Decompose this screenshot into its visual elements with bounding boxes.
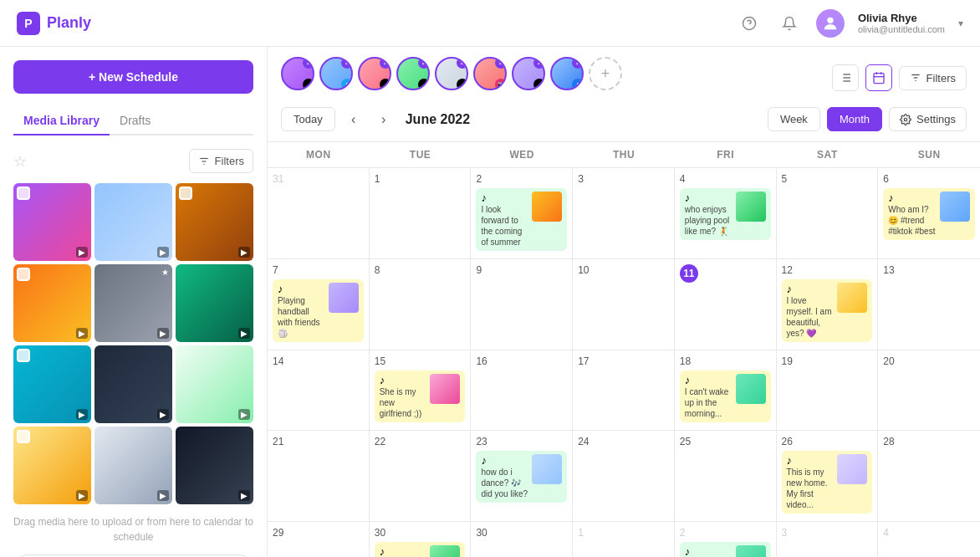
calendar-day-11[interactable]: 11 [675,259,777,350]
calendar-day[interactable]: 23 ♪ how do i dance? 🎶 did you like? [471,431,573,521]
media-item[interactable]: ★▶ [94,264,172,342]
calendar-day[interactable]: 28 [878,431,980,521]
calendar-day[interactable]: 17 [573,350,675,430]
list-view-button[interactable] [832,64,859,91]
media-item[interactable]: ▶ [176,345,253,423]
media-item[interactable]: ▶ [13,427,91,504]
account-avatar-8[interactable]: ✓ f [550,57,584,90]
account-avatar-6[interactable]: ✓ 📷 [473,57,507,90]
user-name: Olivia Rhye [858,12,945,24]
calendar-day[interactable]: 7 ♪ Playing handball with friends 🏐 [268,259,370,350]
event-thumbnail [837,283,867,313]
calendar-day[interactable]: 31 [268,168,370,258]
calendar-day[interactable]: 21 [268,431,370,521]
event-card[interactable]: ♪ how do i dance? 🎶 did you like? [476,451,567,503]
calendar-day[interactable]: 3 [573,168,675,258]
week-view-button[interactable]: Week [768,107,820,131]
event-card[interactable]: ♪ Who am I? 😊 #trend #tiktok #best [883,188,975,240]
calendar-day[interactable]: 1 [573,522,675,557]
month-view-button[interactable]: Month [827,107,882,131]
today-button[interactable]: Today [281,107,335,131]
calendar-day[interactable]: 2 ♪ I look forward to the coming of summ… [471,168,573,258]
media-item[interactable]: ▶ [176,427,253,504]
new-schedule-button[interactable]: + New Schedule [13,60,253,94]
day-header-thu: THU [573,142,675,167]
calendar-day[interactable]: 29 [268,522,370,557]
calendar-day[interactable]: 6 ♪ Who am I? 😊 #trend #tiktok #best [878,168,980,258]
calendar-day[interactable]: 19 [777,350,879,430]
calendar-day[interactable]: 1 [370,168,472,258]
drag-upload-text: Drag media here to upload or from here t… [13,514,253,544]
account-avatar-5[interactable]: ✓ ♪ [435,57,468,90]
calendar-day[interactable]: 14 [268,350,370,430]
calendar-day[interactable]: 5 [777,168,879,258]
account-check-4: ✓ [418,57,430,69]
account-avatar-4[interactable]: ✓ ♪ [396,57,430,90]
calendar-filters-button[interactable]: Filters [899,66,967,90]
event-card[interactable]: ♪ I love myself. I am beautiful, yes? 💜 [782,279,873,342]
calendar-day[interactable]: 24 [573,431,675,521]
media-item[interactable]: ▶ [94,183,172,261]
event-card[interactable]: ♪ Playing handball with friends 🏐 [273,279,364,342]
calendar-view-button[interactable] [865,64,892,91]
cal-nav-row: Today ‹ › June 2022 Week Month Settings [281,107,967,131]
settings-button[interactable]: Settings [889,107,967,131]
help-icon[interactable] [736,10,763,37]
media-item[interactable]: ▶ [13,345,91,423]
event-card[interactable]: ♪ I look forward to the coming of summer [476,188,567,251]
event-thumbnail [532,192,562,222]
calendar-day[interactable]: 13 [878,259,980,350]
event-thumbnail [430,374,460,404]
social-twitter-icon: t [341,79,353,90]
app-logo[interactable]: P Planly [17,12,91,35]
tab-drafts[interactable]: Drafts [110,107,161,135]
calendar-day[interactable]: 26 ♪ This is my new home. My first video… [777,431,879,521]
user-menu-chevron[interactable]: ▾ [958,18,963,29]
next-month-button[interactable]: › [372,108,396,131]
add-account-button[interactable]: + [589,57,622,90]
account-avatar-1[interactable]: ✓ ♪ [281,57,314,90]
calendar-day[interactable]: 4 [878,522,980,557]
media-item[interactable]: ▶ [176,183,253,261]
event-card[interactable]: ♪ She is my new girlfriend ;)) [375,370,466,422]
calendar-week-2: 7 ♪ Playing handball with friends 🏐 8 9 … [268,259,980,350]
calendar-day[interactable]: 22 [370,431,472,521]
media-item[interactable]: ▶ [94,427,172,504]
event-thumbnail [430,545,460,557]
media-item[interactable]: ▶ [13,264,91,342]
social-tiktok-icon-7: ♪ [533,79,545,90]
avatar[interactable] [816,9,845,38]
prev-month-button[interactable]: ‹ [342,108,365,131]
calendar-day[interactable]: 8 [370,259,472,350]
calendar-day[interactable]: 12 ♪ I love myself. I am beautiful, yes?… [777,259,879,350]
event-card[interactable]: ♪ This is my new home. My first video... [782,451,873,514]
media-filters-button[interactable]: Filters [189,149,253,173]
event-card[interactable]: ♪ I can't wake up in the morning... [680,370,771,422]
logo-text: Planly [47,14,91,32]
calendar-day[interactable]: 15 ♪ She is my new girlfriend ;)) [370,350,472,430]
account-avatar-2[interactable]: ✓ t [319,57,353,90]
event-card[interactable]: ♪ Do you like my Tik-tok videos? [375,542,466,557]
user-email: olivia@untitledui.com [858,24,945,34]
account-avatar-7[interactable]: ✓ ♪ [512,57,545,90]
calendar-day[interactable]: 18 ♪ I can't wake up in the morning... [675,350,777,430]
event-card[interactable]: ♪ who enjoys playing pool like me? 🤾 [680,188,771,240]
calendar-day[interactable]: 4 ♪ who enjoys playing pool like me? 🤾 [675,168,777,258]
media-item[interactable]: ▶ [13,183,91,261]
calendar-day[interactable]: 16 [471,350,573,430]
calendar-day[interactable]: 10 [573,259,675,350]
calendar-day[interactable]: 2 ♪ I start the day every morning with..… [675,522,777,557]
notifications-icon[interactable] [776,10,803,37]
account-avatar-3[interactable]: ✓ ♪ [358,57,391,90]
tab-media-library[interactable]: Media Library [13,107,110,135]
event-card[interactable]: ♪ I start the day every morning with... [680,542,771,557]
media-item[interactable]: ▶ [176,264,253,342]
calendar-day[interactable]: 30 ♪ Do you like my Tik-tok videos? [370,522,472,557]
calendar-day[interactable]: 25 [675,431,777,521]
calendar-day[interactable]: 3 [777,522,879,557]
calendar-day[interactable]: 20 [878,350,980,430]
calendar-day[interactable]: 9 [471,259,573,350]
calendar-day[interactable]: 30 [471,522,573,557]
media-item[interactable]: ▶ [94,345,172,423]
star-icon[interactable]: ☆ [13,152,27,171]
